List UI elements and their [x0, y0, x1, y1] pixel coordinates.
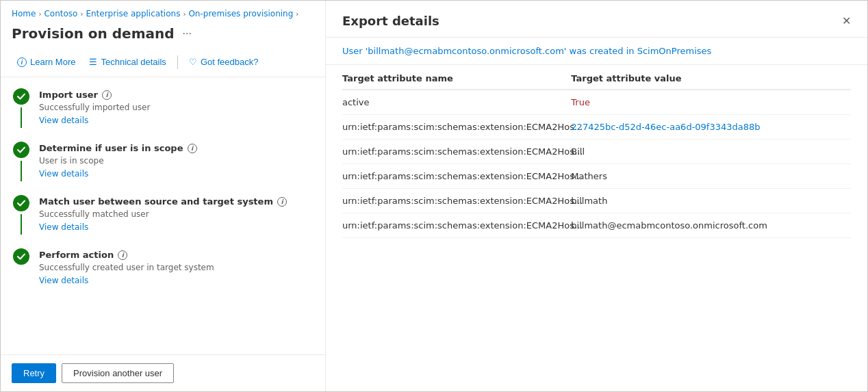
left-panel: Home › Contoso › Enterprise applications… [1, 1, 326, 391]
steps-area: Import user i Successfully imported user… [1, 77, 325, 354]
step-content-1: Import user i Successfully imported user… [39, 88, 314, 125]
step-desc-2: User is in scope [39, 156, 314, 166]
step-match-user: Match user between source and target sys… [12, 195, 314, 235]
export-details-title: Export details [342, 14, 439, 28]
attributes-table: Target attribute name Target attribute v… [342, 65, 851, 238]
chevron-icon-2: › [80, 10, 83, 18]
step-desc-4: Successfully created user in target syst… [39, 263, 314, 272]
attr-value-cell-5: billmath@ecmabmcontoso.onmicrosoft.com [571, 213, 851, 238]
step-info-icon-2[interactable]: i [188, 144, 197, 153]
export-status-text: User 'billmath@ecmabmcontoso.onmicrosoft… [342, 46, 711, 56]
step-line-2 [21, 161, 22, 181]
table-row: urn:ietf:params:scim:schemas:extension:E… [342, 189, 851, 213]
main-window: Home › Contoso › Enterprise applications… [0, 0, 868, 392]
col-attr-name: Target attribute name [342, 65, 571, 90]
table-row: urn:ietf:params:scim:schemas:extension:E… [342, 115, 851, 140]
breadcrumb-on-premises[interactable]: On-premises provisioning [188, 9, 293, 18]
step-success-icon-3 [13, 195, 29, 211]
table-row: urn:ietf:params:scim:schemas:extension:E… [342, 213, 851, 238]
step-desc-3: Successfully matched user [39, 209, 314, 219]
bottom-bar: Retry Provision another user [1, 354, 325, 391]
attr-name-cell-2: urn:ietf:params:scim:schemas:extension:E… [342, 140, 571, 164]
step-import-user: Import user i Successfully imported user… [12, 88, 314, 128]
technical-details-label: Technical details [101, 57, 166, 67]
chevron-icon-4: › [296, 10, 298, 18]
step-title-2: Determine if user is in scope i [39, 143, 314, 153]
chevron-icon-3: › [183, 10, 186, 18]
export-status-username: billmath@ecmabmcontoso.onmicrosoft.com [368, 46, 563, 56]
step-determine-scope: Determine if user is in scope i User is … [12, 142, 314, 181]
toolbar-separator [177, 55, 178, 69]
close-icon: ✕ [842, 14, 851, 27]
ellipsis-button[interactable]: ··· [180, 26, 194, 41]
provision-another-button[interactable]: Provision another user [62, 363, 174, 383]
attr-name-cell-4: urn:ietf:params:scim:schemas:extension:E… [342, 189, 571, 213]
breadcrumb-contoso[interactable]: Contoso [44, 9, 77, 18]
step-view-details-3[interactable]: View details [39, 222, 88, 232]
step-title-1: Import user i [39, 90, 314, 100]
close-button[interactable]: ✕ [839, 12, 854, 30]
chevron-icon-1: › [38, 10, 41, 18]
step-connector-2 [12, 142, 31, 181]
breadcrumb-home[interactable]: Home [12, 9, 36, 18]
table-row: activeTrue [342, 90, 851, 115]
attr-value-cell-1: 227425bc-d52d-46ec-aa6d-09f3343da88b [571, 115, 851, 140]
step-line-1 [21, 107, 22, 128]
step-perform-action: Perform action i Successfully created us… [12, 248, 314, 285]
step-content-3: Match user between source and target sys… [39, 195, 314, 232]
table-header-row: Target attribute name Target attribute v… [342, 65, 851, 90]
step-view-details-1[interactable]: View details [39, 116, 88, 125]
attr-value-cell-2: Bill [571, 140, 851, 164]
attributes-table-area: Target attribute name Target attribute v… [326, 65, 867, 391]
step-success-icon-4 [13, 248, 29, 265]
step-info-icon-4[interactable]: i [118, 250, 127, 260]
breadcrumb-enterprise-apps[interactable]: Enterprise applications [86, 9, 180, 18]
breadcrumb: Home › Contoso › Enterprise applications… [1, 1, 325, 23]
got-feedback-label: Got feedback? [201, 57, 259, 67]
step-view-details-4[interactable]: View details [39, 276, 88, 285]
toolbar: i Learn More ☰ Technical details ♡ Got f… [1, 50, 325, 77]
step-success-icon-2 [13, 142, 29, 158]
table-row: urn:ietf:params:scim:schemas:extension:E… [342, 140, 851, 164]
step-connector-4 [12, 248, 31, 265]
step-title-4: Perform action i [39, 250, 314, 260]
step-line-3 [21, 214, 22, 235]
retry-button[interactable]: Retry [12, 363, 56, 383]
step-success-icon-1 [13, 88, 29, 105]
got-feedback-button[interactable]: ♡ Got feedback? [183, 54, 264, 70]
export-status-message: User 'billmath@ecmabmcontoso.onmicrosoft… [326, 38, 867, 65]
attr-value-cell-3: Mathers [571, 164, 851, 189]
info-circle-icon: i [17, 57, 27, 67]
attr-name-cell-5: urn:ietf:params:scim:schemas:extension:E… [342, 213, 571, 238]
table-row: urn:ietf:params:scim:schemas:extension:E… [342, 164, 851, 189]
step-title-3: Match user between source and target sys… [39, 196, 314, 207]
list-icon: ☰ [89, 57, 97, 67]
attr-name-cell-0: active [342, 90, 571, 115]
heart-icon: ♡ [189, 57, 197, 67]
attr-name-cell-1: urn:ietf:params:scim:schemas:extension:E… [342, 115, 571, 140]
step-view-details-2[interactable]: View details [39, 169, 88, 179]
right-panel: Export details ✕ User 'billmath@ecmabmco… [326, 1, 867, 391]
table-body: activeTrueurn:ietf:params:scim:schemas:e… [342, 90, 851, 238]
page-header: Provision on demand ··· [1, 23, 325, 50]
step-content-4: Perform action i Successfully created us… [39, 248, 314, 285]
step-info-icon-1[interactable]: i [102, 90, 112, 100]
attr-value-cell-0: True [571, 90, 851, 115]
step-info-icon-3[interactable]: i [277, 197, 287, 207]
step-desc-1: Successfully imported user [39, 103, 314, 112]
page-title: Provision on demand [12, 25, 175, 42]
content-area: Home › Contoso › Enterprise applications… [1, 1, 867, 391]
learn-more-button[interactable]: i Learn More [12, 54, 81, 70]
attr-name-cell-3: urn:ietf:params:scim:schemas:extension:E… [342, 164, 571, 189]
right-panel-header: Export details ✕ [326, 1, 867, 38]
step-connector-1 [12, 88, 31, 128]
technical-details-button[interactable]: ☰ Technical details [84, 54, 171, 70]
attr-value-cell-4: billmath [571, 189, 851, 213]
step-connector-3 [12, 195, 31, 235]
learn-more-label: Learn More [30, 57, 75, 67]
step-content-2: Determine if user is in scope i User is … [39, 142, 314, 179]
col-attr-value: Target attribute value [571, 65, 851, 90]
